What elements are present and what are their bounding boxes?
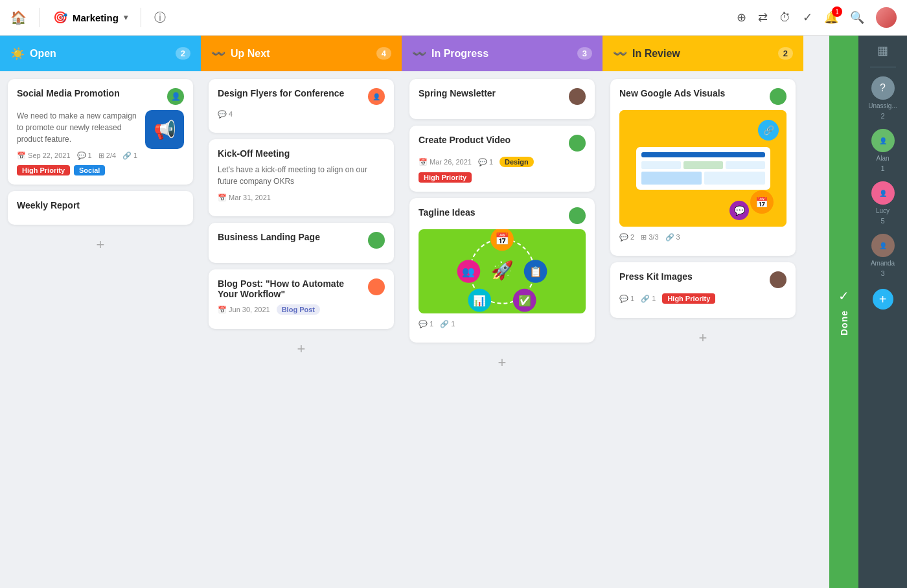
col-header-upnext: 〰️ Up Next 4 — [201, 36, 402, 71]
right-panel-divider — [870, 67, 896, 67]
card-press-kit[interactable]: Press Kit Images 💬 1 🔗 1 High Priority — [610, 262, 796, 318]
subtasks-meta: ⊞ 3/3 — [641, 233, 658, 242]
ads-block-2 — [683, 161, 723, 169]
tag-high-priority: High Priority — [17, 165, 70, 175]
card-design-flyers[interactable]: Design Flyers for Conference 👤 💬 4 — [209, 79, 394, 133]
col-inreview-label: In Review — [632, 48, 680, 60]
right-panel: ▦ ? Unassig... 2 👤 Alan 1 👤 Lucy 5 👤 Ama… — [858, 36, 907, 588]
assignee-alan: 👤 Alan 1 — [871, 129, 895, 172]
card-social-media-promotion[interactable]: Social Media Promotion 👤 We need to make… — [8, 79, 193, 185]
assignee-lucy: 👤 Lucy 5 — [871, 181, 895, 225]
alan-avatar[interactable]: 👤 — [871, 129, 895, 152]
card-avatar — [770, 271, 786, 288]
card-header: Press Kit Images — [619, 271, 786, 288]
info-icon[interactable]: ⓘ — [154, 10, 166, 25]
card-meta: 💬 4 — [218, 110, 385, 119]
col-upnext-count: 4 — [376, 47, 391, 60]
card-avatar — [368, 278, 385, 295]
card-google-ads[interactable]: New Google Ads Visuals — [610, 79, 796, 256]
floating-chat-icon: 💬 — [729, 201, 749, 220]
col-upnext-label: Up Next — [231, 48, 270, 60]
amanda-avatar[interactable]: 👤 — [871, 234, 895, 257]
bell-icon[interactable]: 🔔 1 — [824, 10, 838, 25]
done-label: Done — [839, 310, 849, 335]
add-card-upnext[interactable]: + — [209, 335, 394, 363]
ads-block-4 — [641, 172, 702, 185]
subtasks-meta: ⊞ 2/4 — [98, 152, 116, 160]
brand-switcher[interactable]: 🎯 Marketing ▾ — [53, 10, 128, 25]
comments-meta: 💬 1 — [619, 295, 634, 303]
card-header: Weekly Report — [17, 200, 184, 210]
col-inprogress-label: In Progress — [431, 48, 488, 60]
card-title: Social Media Promotion — [17, 88, 167, 98]
lucy-avatar[interactable]: 👤 — [871, 181, 895, 205]
done-column[interactable]: ✓ Done — [829, 36, 858, 588]
amanda-count: 3 — [880, 269, 884, 277]
user-avatar[interactable] — [876, 7, 897, 28]
topnav: 🏠 🎯 Marketing ▾ ⓘ ⊕ ⇄ ⏱ ✓ 🔔 1 🔍 — [0, 0, 907, 36]
layout-icon[interactable]: ⇄ — [758, 10, 768, 25]
check-circle-icon[interactable]: ✓ — [803, 10, 812, 25]
notification-badge: 1 — [832, 6, 842, 17]
ads-browser — [636, 147, 770, 190]
chevron-down-icon: ▾ — [124, 13, 128, 22]
card-weekly-report[interactable]: Weekly Report — [8, 191, 193, 225]
add-card-inprogress[interactable]: + — [409, 349, 595, 376]
col-inreview-count: 2 — [778, 47, 793, 60]
col-inprogress-count: 3 — [577, 47, 592, 60]
lucy-name: Lucy — [876, 207, 890, 214]
card-title: Spring Newsletter — [419, 88, 569, 98]
col-header-inreview: 〰️ In Review 2 — [603, 36, 803, 71]
timer-icon[interactable]: ⏱ — [779, 11, 791, 25]
add-icon[interactable]: ⊕ — [737, 10, 746, 25]
add-assignee-button[interactable]: + — [873, 289, 893, 310]
attachments-meta: 🔗 1 — [122, 152, 137, 160]
ads-image: 📅 💬 🔗 — [619, 110, 786, 227]
nav-divider-2 — [141, 8, 141, 27]
col-header-open: ☀️ Open 2 — [0, 36, 201, 71]
card-title: Tagline Ideas — [419, 207, 569, 218]
card-header: Blog Post: "How to Automate Your Workflo… — [218, 278, 385, 299]
alan-count: 1 — [880, 164, 884, 172]
card-meta: 💬 1 🔗 1 High Priority — [619, 293, 786, 304]
card-kickoff-meeting[interactable]: Kick-Off Meeting Let's have a kick-off m… — [209, 139, 394, 216]
tag-social: Social — [74, 165, 105, 175]
search-icon[interactable]: 🔍 — [850, 10, 864, 25]
add-card-open[interactable]: + — [8, 231, 193, 258]
attachments-meta: 🔗 3 — [665, 233, 680, 242]
nav-divider-1 — [40, 8, 40, 27]
unassigned-avatar[interactable]: ? — [871, 76, 895, 100]
col-header-inprogress: 〰️ In Progress 3 — [402, 36, 603, 71]
home-icon[interactable]: 🏠 — [10, 10, 27, 25]
inprogress-icon: 〰️ — [412, 47, 426, 61]
card-header: Tagline Ideas — [419, 207, 586, 224]
card-tagline-ideas[interactable]: Tagline Ideas 📅 — [409, 198, 595, 343]
ads-browser-bar — [641, 152, 765, 157]
card-spring-newsletter[interactable]: Spring Newsletter — [409, 79, 595, 119]
attachments-meta: 🔗 1 — [641, 295, 656, 303]
card-title: Weekly Report — [17, 200, 184, 210]
card-header: New Google Ads Visuals — [619, 88, 786, 105]
card-avatar — [569, 207, 586, 224]
card-avatar: 👤 — [368, 88, 385, 105]
tag-design: Design — [499, 157, 534, 167]
date-meta: 📅 Mar 31, 2021 — [218, 194, 271, 202]
card-meta: 📅 Mar 26, 2021 💬 1 Design — [419, 157, 586, 167]
topnav-actions: ⊕ ⇄ ⏱ ✓ 🔔 1 🔍 — [737, 7, 897, 28]
card-blog-post[interactable]: Blog Post: "How to Automate Your Workflo… — [209, 269, 394, 329]
add-card-inreview[interactable]: + — [610, 324, 796, 352]
inreview-icon: 〰️ — [613, 47, 627, 61]
card-avatar — [368, 232, 385, 249]
card-header: Kick-Off Meeting — [218, 148, 385, 159]
upnext-icon: 〰️ — [211, 47, 225, 61]
svg-text:✅: ✅ — [518, 295, 531, 307]
tagline-image: 📅 👥 📋 📊 ✅ — [419, 229, 586, 313]
card-business-landing[interactable]: Business Landing Page — [209, 223, 394, 263]
card-product-video[interactable]: Create Product Video 📅 Mar 26, 2021 💬 1 … — [409, 126, 595, 192]
grid-icon[interactable]: ▦ — [877, 43, 888, 58]
date-meta: 📅 Sep 22, 2021 — [17, 152, 71, 160]
lucy-count: 5 — [880, 217, 884, 225]
card-header: Business Landing Page — [218, 232, 385, 249]
card-avatar — [770, 88, 786, 105]
ads-block-3 — [726, 161, 765, 169]
